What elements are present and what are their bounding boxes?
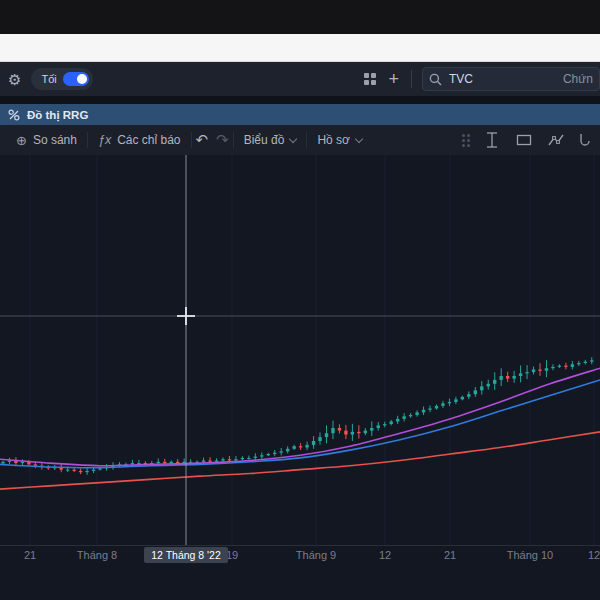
grid-layer: [30, 155, 594, 545]
symbol-search-input[interactable]: TVC Chứn: [422, 67, 600, 91]
profile-menu[interactable]: Hồ sơ: [307, 125, 372, 155]
fx-icon: ƒx: [98, 133, 111, 147]
add-button[interactable]: +: [386, 70, 401, 88]
toolbar-gap: [0, 96, 600, 104]
polyline-tool-icon[interactable]: [546, 130, 566, 150]
time-tick-label: 12: [588, 549, 600, 561]
search-icon: [429, 73, 442, 86]
rrg-header[interactable]: Đồ thị RRG: [0, 104, 600, 125]
time-tick-label: 21: [444, 549, 456, 561]
time-tick-label: 21: [24, 549, 36, 561]
time-tick-label: 12: [379, 549, 391, 561]
browser-address-bar: [0, 34, 600, 62]
compare-button[interactable]: ⊕ So sánh: [6, 125, 87, 155]
crosshair: [0, 155, 600, 545]
ma-slow-line: [0, 432, 600, 489]
undo-button[interactable]: ↶: [192, 131, 213, 149]
app-toolbar: ⚙ Tối + TVC Chứn: [0, 62, 600, 96]
symbol-search-value: TVC: [449, 72, 473, 86]
search-category-label: Chứn: [563, 72, 593, 86]
ma-fast-line: [0, 368, 600, 466]
compare-label: So sánh: [33, 133, 77, 147]
dark-mode-label: Tối: [41, 73, 56, 85]
time-tick-label: Tháng 10: [507, 549, 553, 561]
redo-button[interactable]: ↷: [212, 131, 233, 149]
browser-tab-strip: [0, 0, 600, 34]
layout-grid-icon[interactable]: [364, 73, 376, 85]
magnet-tool-icon[interactable]: [578, 130, 592, 150]
price-range-tool-icon[interactable]: [482, 130, 502, 150]
dark-mode-toggle[interactable]: Tối: [31, 68, 92, 90]
indicators-label: Các chỉ báo: [117, 133, 180, 147]
compare-icon: ⊕: [16, 134, 27, 147]
time-axis[interactable]: 21Tháng 819Tháng 91221Tháng 101212 Tháng…: [0, 546, 600, 564]
toolbar-divider: [411, 70, 412, 88]
chart-area[interactable]: 21Tháng 819Tháng 91221Tháng 101212 Tháng…: [0, 155, 600, 600]
toggle-knob: [77, 74, 87, 84]
chart-menu-label: Biểu đồ: [244, 133, 285, 147]
rrg-title: Đồ thị RRG: [27, 109, 88, 121]
price-chart[interactable]: 21Tháng 819Tháng 91221Tháng 101212 Tháng…: [0, 155, 600, 600]
chevron-down-icon: [355, 134, 363, 142]
time-tick-label: Tháng 8: [77, 549, 117, 561]
rectangle-tool-icon[interactable]: [514, 130, 534, 150]
chart-type-menu[interactable]: Biểu đồ: [234, 125, 307, 155]
candlestick-series: [1, 357, 593, 475]
time-tick-label: Tháng 9: [296, 549, 336, 561]
indicators-button[interactable]: ƒx Các chỉ báo: [88, 125, 191, 155]
crosshair-date-label: 12 Tháng 8 '22: [151, 549, 221, 561]
drag-handle-icon[interactable]: [462, 134, 470, 147]
profile-menu-label: Hồ sơ: [317, 133, 350, 147]
chevron-down-icon: [289, 134, 297, 142]
gear-icon[interactable]: ⚙: [8, 72, 21, 87]
chart-toolbar: ⊕ So sánh ƒx Các chỉ báo ↶ ↷ Biểu đồ Hồ …: [0, 125, 600, 155]
toggle-switch[interactable]: [63, 72, 89, 86]
rrg-icon: [8, 109, 20, 121]
